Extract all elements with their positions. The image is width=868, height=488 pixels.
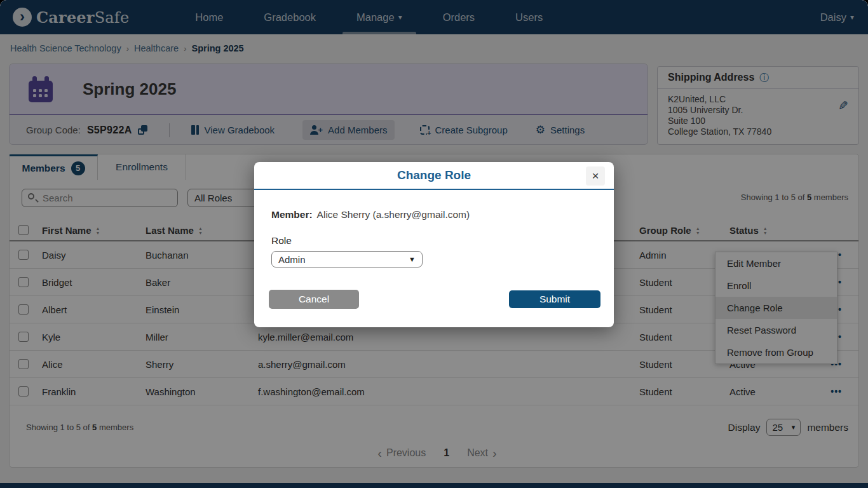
member-line: Member:Alice Sherry (a.sherry@gmail.com) — [271, 209, 597, 220]
modal-title: Change Role — [397, 168, 471, 182]
member-value: Alice Sherry (a.sherry@gmail.com) — [317, 209, 470, 220]
chevron-down-icon: ▼ — [409, 255, 416, 263]
page: › CareerSafe Home Gradebook Manage▾ Orde… — [0, 0, 868, 488]
member-label: Member: — [271, 209, 313, 220]
submit-button[interactable]: Submit — [509, 290, 600, 308]
cancel-button[interactable]: Cancel — [269, 290, 359, 309]
modal-header: Change Role × — [254, 162, 614, 190]
modal-buttons: Cancel Submit — [271, 290, 597, 309]
close-icon[interactable]: × — [586, 166, 605, 186]
role-label: Role — [271, 235, 597, 247]
modal-body: Member:Alice Sherry (a.sherry@gmail.com)… — [254, 190, 614, 309]
role-select[interactable]: Admin ▼ — [271, 251, 423, 268]
change-role-modal: Change Role × Member:Alice Sherry (a.she… — [254, 162, 614, 327]
